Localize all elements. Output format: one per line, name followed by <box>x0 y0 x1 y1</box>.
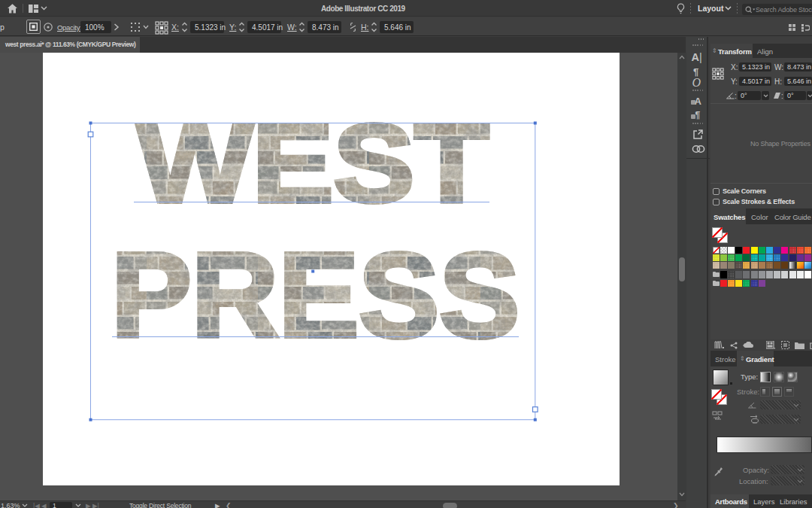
svg-text:WEST: WEST <box>138 102 489 225</box>
svg-text:PRESS: PRESS <box>111 227 520 362</box>
